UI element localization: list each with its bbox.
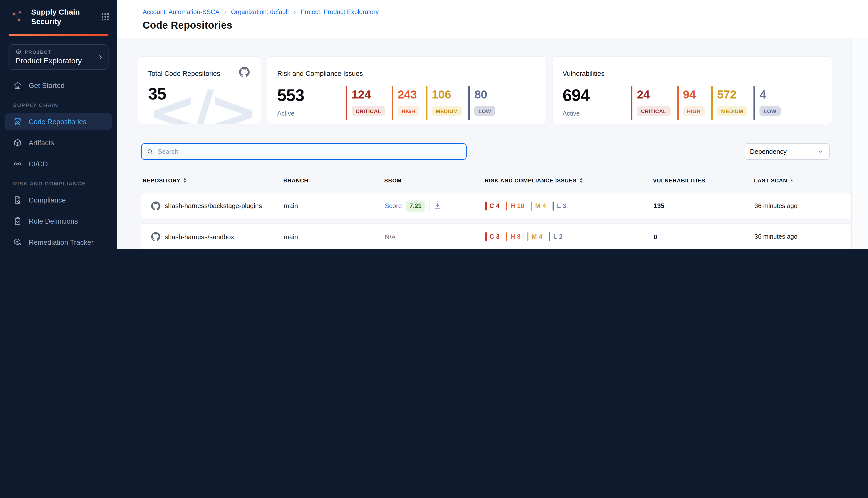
main-area: Account: Automation-SSCA Organization: d…	[117, 0, 868, 249]
severity-medium: 572MEDIUM	[711, 86, 747, 120]
sidebar-item-cicd[interactable]: CI/CD	[0, 155, 117, 172]
github-icon	[151, 232, 160, 241]
filter-value: Dependency	[750, 148, 817, 155]
risk-issues-value: 553	[277, 86, 346, 105]
vulnerabilities-value: 694	[563, 86, 631, 105]
card-total-repositories: Total Code Repositories 35 </>	[138, 56, 261, 124]
chevron-right-icon	[97, 54, 104, 60]
code-repository-icon	[13, 117, 22, 126]
sidebar-item-artifacts[interactable]: Artifacts	[0, 134, 117, 151]
column-header-vulnerabilities: VULNERABILITIES	[653, 178, 754, 183]
breadcrumb-account-link[interactable]: Account: Automation-SSCA	[143, 9, 219, 16]
active-label: Active	[277, 110, 346, 117]
sidebar-nav: Get Started SUPPLY CHAIN Code Repositori…	[0, 77, 117, 249]
page-content: Total Code Repositories 35 </> Risk and …	[117, 38, 868, 249]
sort-icons	[183, 178, 186, 183]
chevron-right-icon	[292, 10, 297, 14]
branch: main	[284, 202, 385, 210]
card-title: Vulnerabilities	[563, 70, 822, 77]
right-rail	[852, 38, 868, 249]
severity-low: 4LOW	[754, 86, 780, 120]
chevron-right-icon	[223, 10, 228, 14]
vulnerability-count: 0	[654, 233, 755, 240]
app-window: Supply Chain Security PROJECT Product Ex…	[0, 0, 868, 249]
active-label: Active	[563, 110, 631, 117]
score-label: Score	[385, 202, 402, 210]
sbom-na: N/A	[385, 233, 396, 240]
card-vulnerabilities: Vulnerabilities 694 Active 24CRITICAL 94…	[552, 56, 832, 124]
repository-name: shash-harness/sandbox	[165, 233, 239, 240]
table-row[interactable]: shash-harness/backstage-plugins main Sco…	[141, 192, 852, 220]
project-box-icon	[16, 49, 22, 55]
page-header: Account: Automation-SSCA Organization: d…	[117, 0, 868, 38]
sort-icons	[580, 178, 583, 183]
card-title: Risk and Compliance Issues	[277, 70, 536, 77]
sidebar-item-get-started[interactable]: Get Started	[0, 77, 117, 94]
document-search-icon	[13, 196, 22, 205]
github-icon	[151, 201, 160, 210]
last-scan: 36 minutes ago	[755, 233, 851, 240]
severity-high: 243HIGH	[391, 86, 419, 120]
column-header-last-scan[interactable]: LAST SCAN	[754, 178, 852, 183]
severity-critical: 24CRITICAL	[631, 86, 670, 120]
project-label: PROJECT	[25, 49, 52, 54]
section-label-risk-and-compliance: RISK AND COMPLIANCE	[13, 180, 117, 186]
sort-asc-icon	[790, 180, 793, 181]
sidebar-item-rule-definitions[interactable]: Rule Definitions	[0, 212, 117, 230]
brand-accent-line	[9, 34, 108, 36]
clipboard-check-icon	[13, 217, 22, 226]
module-switcher-grid-icon[interactable]	[101, 12, 110, 22]
branch: main	[284, 233, 385, 240]
search-icon	[147, 148, 154, 155]
project-selector[interactable]: PROJECT Product Exploratory	[9, 44, 108, 70]
column-header-repository[interactable]: REPOSITORY	[141, 178, 283, 183]
search-box	[141, 143, 467, 160]
supply-chain-security-logo-icon	[8, 6, 26, 27]
sbom-score-badge: 7.21	[406, 200, 425, 211]
sidebar: Supply Chain Security PROJECT Product Ex…	[0, 0, 117, 249]
column-header-risk[interactable]: RISK AND COMPLIANCE ISSUES	[485, 178, 653, 183]
last-scan: 36 minutes ago	[755, 202, 851, 209]
chevron-down-icon	[817, 148, 824, 155]
table-header: REPOSITORY BRANCH SBOM RISK AND COMPLIAN…	[141, 175, 852, 186]
sidebar-header: Supply Chain Security	[0, 0, 117, 33]
summary-cards: Total Code Repositories 35 </> Risk and …	[138, 56, 832, 124]
breadcrumb-project-link[interactable]: Project: Product Exploratory	[301, 9, 378, 16]
risk-issues: C 4H 10M 4L 3	[485, 201, 654, 210]
repository-table: shash-harness/backstage-plugins main Sco…	[141, 192, 852, 249]
severity-high: 94HIGH	[677, 86, 705, 120]
risk-issues: C 3H 8M 4L 2	[485, 232, 654, 241]
project-name: Product Exploratory	[16, 56, 95, 65]
breadcrumb: Account: Automation-SSCA Organization: d…	[143, 9, 868, 16]
severity-critical: 124CRITICAL	[346, 86, 385, 120]
section-label-supply-chain: SUPPLY CHAIN	[13, 102, 117, 108]
home-icon	[13, 81, 22, 90]
vulnerability-count: 135	[654, 202, 755, 210]
table-row[interactable]: shash-harness/sandbox main N/A C 3H 8M 4…	[141, 223, 852, 249]
column-header-branch: BRANCH	[283, 178, 384, 183]
sidebar-item-compliance[interactable]: Compliance	[0, 192, 117, 209]
search-input[interactable]	[158, 148, 461, 155]
app-title: Supply Chain Security	[31, 8, 101, 26]
column-header-sbom: SBOM	[384, 178, 485, 183]
github-icon	[239, 67, 250, 77]
sidebar-item-remediation-tracker[interactable]: Remediation Tracker	[0, 234, 117, 249]
severity-low: 80LOW	[468, 86, 495, 120]
severity-medium: 106MEDIUM	[426, 86, 462, 120]
card-title: Total Code Repositories	[148, 70, 251, 77]
box-tag-icon	[13, 238, 22, 247]
breadcrumb-organization-link[interactable]: Organization: default	[231, 9, 289, 16]
dependency-filter-dropdown[interactable]: Dependency	[744, 143, 830, 160]
code-watermark-icon: </>	[148, 77, 254, 124]
repository-name: shash-harness/backstage-plugins	[165, 202, 267, 210]
page-title: Code Repositories	[143, 19, 868, 31]
artifact-box-icon	[13, 138, 22, 147]
infinity-icon	[13, 159, 22, 168]
sidebar-item-code-repositories[interactable]: Code Repositories	[5, 113, 112, 130]
card-risk-compliance-issues: Risk and Compliance Issues 553 Active 12…	[267, 56, 547, 124]
download-sbom-icon[interactable]	[434, 202, 441, 210]
